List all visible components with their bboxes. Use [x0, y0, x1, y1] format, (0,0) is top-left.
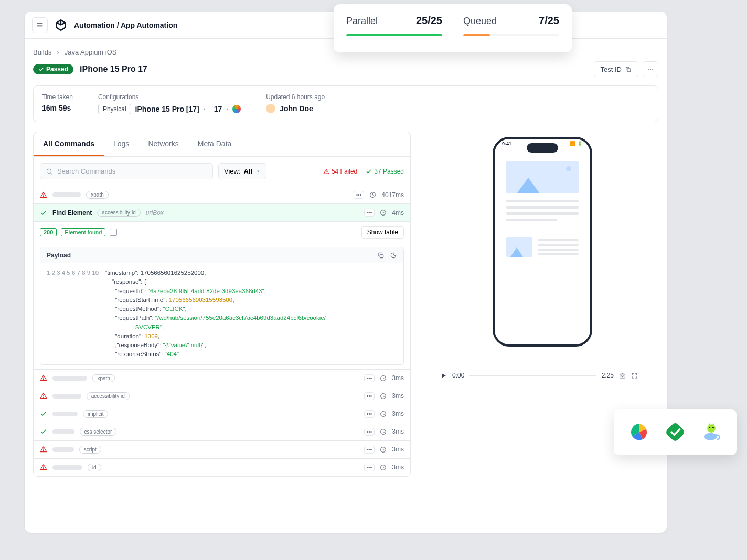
- menu-button[interactable]: [32, 17, 48, 33]
- check-icon: [366, 168, 372, 175]
- command-row[interactable]: id•••3ms: [34, 458, 410, 476]
- row-more-icon[interactable]: •••: [364, 464, 375, 471]
- search-icon: [46, 168, 53, 175]
- stats-overlay: Parallel 25/25 Queued 7/25: [334, 4, 572, 52]
- time-taken-label: Time taken: [42, 93, 73, 101]
- copy-icon[interactable]: [377, 252, 385, 259]
- svg-point-17: [44, 379, 44, 380]
- fullscreen-icon[interactable]: [631, 372, 638, 379]
- session-info-card: Time taken 16m 59s Configurations Physic…: [33, 85, 658, 122]
- player-track[interactable]: [469, 375, 596, 376]
- svg-point-33: [644, 375, 644, 376]
- parallel-value: 25/25: [416, 15, 442, 27]
- tab-logs[interactable]: Logs: [104, 132, 138, 156]
- command-row[interactable]: implicit•••3ms: [34, 405, 410, 423]
- updated-label: Updated 6 hours ago: [266, 93, 325, 101]
- player-total: 2:25: [602, 372, 614, 379]
- espresso-icon: [700, 421, 722, 443]
- svg-point-37: [707, 424, 716, 433]
- status-badge: Passed: [33, 64, 73, 74]
- time-taken-value: 16m 59s: [42, 104, 73, 112]
- svg-point-31: [622, 375, 623, 376]
- warning-icon: [323, 168, 329, 175]
- row-more-icon[interactable]: •••: [354, 191, 365, 199]
- frameworks-card: [614, 409, 737, 455]
- device-name: iPhone 15 Pro [17]: [135, 105, 199, 113]
- avatar: [266, 104, 275, 113]
- svg-point-28: [44, 468, 44, 469]
- crumb-build-name[interactable]: Java Appium iOS: [65, 48, 117, 56]
- svg-rect-15: [380, 254, 383, 257]
- physical-chip: Physical: [98, 104, 131, 114]
- preview-image-placeholder: [506, 161, 579, 193]
- row-more-icon[interactable]: •••: [364, 428, 375, 436]
- row-more-icon[interactable]: •••: [364, 446, 375, 454]
- passed-count: 37 Passed: [366, 168, 404, 175]
- queued-value: 7/25: [539, 15, 559, 27]
- svg-point-25: [44, 450, 44, 451]
- svg-point-34: [644, 376, 644, 376]
- user-name: John Doe: [280, 104, 313, 113]
- queued-label: Queued: [463, 16, 497, 27]
- search-input[interactable]: Search Commands: [40, 163, 213, 179]
- config-label: Configurations: [98, 93, 241, 101]
- svg-line-8: [50, 173, 52, 174]
- device-preview: 9:41 📶 🔋: [493, 137, 592, 347]
- command-row[interactable]: Find Elementaccessibility-idurlBox•••4ms: [34, 203, 410, 221]
- svg-point-12: [44, 196, 44, 197]
- row-more-icon[interactable]: •••: [364, 209, 375, 217]
- command-row[interactable]: script•••3ms: [34, 440, 410, 458]
- os-version: 17: [214, 105, 222, 113]
- svg-point-38: [709, 427, 710, 428]
- row-more-icon[interactable]: •••: [364, 410, 375, 418]
- svg-point-7: [47, 169, 51, 173]
- command-row[interactable]: accessibility id•••3ms: [34, 387, 410, 405]
- video-player: 0:00 2:25: [440, 372, 645, 379]
- command-row[interactable]: xpath•••3ms: [34, 369, 410, 387]
- logo-icon: [54, 18, 68, 32]
- tab-all-commands[interactable]: All Commands: [34, 132, 104, 156]
- show-table-button[interactable]: Show table: [361, 226, 404, 239]
- command-row[interactable]: xpath•••4017ms: [34, 186, 410, 203]
- screenshot-icon[interactable]: [110, 229, 117, 236]
- svg-point-32: [644, 375, 644, 375]
- svg-point-5: [650, 69, 651, 70]
- command-row[interactable]: css selector•••3ms: [34, 423, 410, 440]
- svg-point-4: [648, 69, 649, 70]
- svg-point-6: [652, 69, 653, 70]
- tab-networks[interactable]: Networks: [138, 132, 188, 156]
- row-more-icon[interactable]: •••: [364, 392, 375, 400]
- tabs: All CommandsLogsNetworksMeta Data: [34, 132, 410, 157]
- phone-signals: 📶 🔋: [570, 141, 583, 146]
- svg-rect-40: [708, 423, 710, 425]
- payload-title: Payload: [47, 252, 71, 259]
- svg-point-39: [712, 427, 714, 428]
- crumb-builds[interactable]: Builds: [33, 48, 51, 56]
- page-title: iPhone 15 Pro 17: [80, 64, 147, 74]
- svg-point-10: [326, 173, 327, 173]
- camera-icon[interactable]: [619, 372, 626, 379]
- row-more-icon[interactable]: •••: [364, 374, 375, 382]
- dots-icon: [647, 66, 654, 73]
- failed-count: 54 Failed: [323, 168, 357, 175]
- play-icon[interactable]: [440, 372, 447, 379]
- tab-meta-data[interactable]: Meta Data: [188, 132, 241, 156]
- svg-rect-30: [620, 374, 625, 378]
- parallel-label: Parallel: [346, 16, 378, 27]
- svg-point-36: [704, 433, 717, 440]
- player-more-icon[interactable]: [643, 372, 645, 379]
- breadcrumb: Automation / App Automation: [74, 21, 177, 29]
- svg-point-20: [44, 397, 44, 397]
- preview-thumb: [506, 237, 532, 257]
- chevron-right-icon: ›: [57, 48, 59, 56]
- more-button[interactable]: [643, 61, 658, 77]
- payload-panel: Payload1 2 3 4 5 6 7 8 9 10 "timestamp":…: [40, 247, 404, 365]
- theme-icon[interactable]: [390, 252, 397, 259]
- test-id-button[interactable]: Test ID: [594, 61, 638, 77]
- chevron-down-icon: [255, 169, 261, 174]
- view-dropdown[interactable]: View: All: [218, 163, 266, 179]
- svg-rect-3: [627, 68, 631, 71]
- status-code: 200: [40, 228, 57, 236]
- xcuitest-icon: [664, 421, 686, 443]
- svg-rect-35: [665, 422, 686, 443]
